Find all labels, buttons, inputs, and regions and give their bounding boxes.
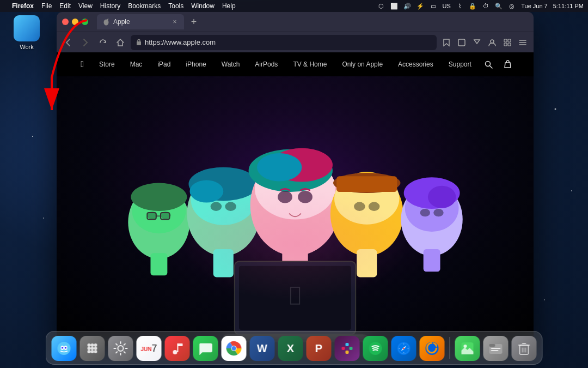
forward-button[interactable] bbox=[78, 35, 93, 50]
menu-file[interactable]: File bbox=[41, 2, 52, 10]
dock-trash[interactable] bbox=[512, 336, 537, 361]
apple-logo-nav[interactable]:  bbox=[73, 59, 91, 69]
folder-image bbox=[14, 15, 40, 41]
svg-rect-101 bbox=[346, 351, 349, 354]
svg-point-90 bbox=[94, 350, 97, 353]
svg-point-13 bbox=[571, 190, 572, 191]
minimize-button[interactable] bbox=[72, 19, 78, 25]
home-button[interactable] bbox=[113, 35, 127, 50]
nav-store[interactable]: Store bbox=[91, 52, 122, 76]
dock-word[interactable]: W bbox=[250, 336, 275, 361]
svg-line-31 bbox=[489, 65, 492, 68]
svg-rect-60 bbox=[336, 176, 397, 192]
share-icon[interactable] bbox=[455, 36, 468, 49]
address-bar[interactable]: https://www.apple.com bbox=[131, 35, 437, 50]
svg-point-91 bbox=[118, 346, 124, 351]
svg-point-92 bbox=[173, 350, 177, 354]
lock-security-icon bbox=[136, 39, 142, 46]
menu-view[interactable]: View bbox=[78, 2, 93, 10]
menu-hamburger-icon[interactable] bbox=[516, 36, 529, 49]
refresh-button[interactable] bbox=[96, 35, 110, 50]
siri-icon[interactable]: ◎ bbox=[508, 2, 516, 10]
svg-point-67 bbox=[428, 186, 456, 208]
dropbox-icon[interactable]: ⬡ bbox=[377, 2, 385, 10]
svg-point-105 bbox=[403, 348, 405, 349]
menu-bar-left: Firefox File Edit View History Bookmarks… bbox=[4, 2, 236, 10]
nav-mac[interactable]: Mac bbox=[122, 52, 150, 76]
svg-rect-26 bbox=[508, 43, 511, 46]
dock-calendar[interactable]: JUN 7 bbox=[137, 336, 162, 361]
close-button[interactable] bbox=[62, 19, 69, 25]
search-apple-icon[interactable] bbox=[479, 52, 498, 76]
search-menubar-icon[interactable]: 🔍 bbox=[495, 2, 503, 10]
svg-point-89 bbox=[91, 350, 94, 353]
volume-icon[interactable]: 🔊 bbox=[403, 2, 411, 10]
svg-point-80 bbox=[62, 347, 63, 349]
dock-slack[interactable] bbox=[335, 336, 360, 361]
lock-icon[interactable]: 🔒 bbox=[469, 2, 476, 10]
dock-system-settings[interactable] bbox=[108, 336, 133, 361]
svg-point-19 bbox=[104, 20, 109, 26]
svg-rect-23 bbox=[504, 39, 507, 42]
clock-icon[interactable]: ⏱ bbox=[482, 2, 489, 10]
svg-rect-94 bbox=[177, 343, 183, 346]
dock-powerpoint[interactable]: P bbox=[307, 336, 332, 361]
nav-airpods[interactable]: AirPods bbox=[247, 52, 285, 76]
nav-iphone[interactable]: iPhone bbox=[178, 52, 213, 76]
traffic-lights bbox=[62, 19, 88, 25]
dock-spotify[interactable] bbox=[363, 336, 388, 361]
dock-messages[interactable] bbox=[193, 336, 218, 361]
nav-watch[interactable]: Watch bbox=[214, 52, 248, 76]
dock-excel[interactable]: X bbox=[278, 336, 303, 361]
dock-finder[interactable] bbox=[52, 336, 77, 361]
apple-nav:  Store Mac iPad iPhone Watch AirPods TV… bbox=[57, 52, 534, 76]
dock-chrome[interactable] bbox=[222, 336, 247, 361]
menu-bar-right: ⬡ ⬜ 🔊 ⚡ ▭ US ⌇ 🔒 ⏱ 🔍 ◎ Tue Jun 7 5:11:11… bbox=[377, 2, 584, 10]
nav-ipad[interactable]: iPad bbox=[150, 52, 178, 76]
nav-accessories[interactable]: Accessories bbox=[390, 52, 441, 76]
new-tab-button[interactable]: + bbox=[186, 14, 201, 29]
svg-point-53 bbox=[257, 153, 302, 181]
tab-title: Apple bbox=[113, 18, 168, 26]
svg-point-86 bbox=[91, 347, 94, 350]
dock-music[interactable] bbox=[165, 336, 190, 361]
menu-tools[interactable]: Tools bbox=[168, 2, 183, 10]
work-folder-icon[interactable]: Work bbox=[8, 15, 46, 50]
svg-point-76 bbox=[183, 189, 407, 301]
svg-point-15 bbox=[544, 299, 545, 300]
maximize-button[interactable] bbox=[82, 19, 88, 25]
nav-support[interactable]: Support bbox=[441, 52, 479, 76]
menu-edit[interactable]: Edit bbox=[59, 2, 71, 10]
menu-bookmarks[interactable]: Bookmarks bbox=[128, 2, 161, 10]
svg-point-87 bbox=[94, 347, 97, 350]
wifi-icon[interactable]: ⌇ bbox=[456, 2, 463, 10]
profile-icon[interactable]: US bbox=[443, 2, 450, 10]
extensions-icon[interactable] bbox=[501, 36, 514, 49]
back-button[interactable] bbox=[61, 35, 75, 50]
bookmark-icon[interactable] bbox=[440, 36, 453, 49]
extension-icon[interactable]: ⬜ bbox=[390, 2, 398, 10]
pocket-icon[interactable] bbox=[470, 36, 483, 49]
dock-safari[interactable] bbox=[391, 336, 416, 361]
nav-tv-home[interactable]: TV & Home bbox=[285, 52, 334, 76]
nav-only-apple[interactable]: Only on Apple bbox=[334, 52, 390, 76]
bag-apple-icon[interactable] bbox=[498, 52, 517, 76]
dock-files[interactable] bbox=[483, 336, 509, 361]
dock-preview[interactable] bbox=[455, 336, 480, 361]
tab-close-button[interactable]: × bbox=[171, 18, 179, 26]
battery-icon[interactable]: ▭ bbox=[430, 2, 437, 10]
menu-help[interactable]: Help bbox=[222, 2, 236, 10]
profile-nav-icon[interactable] bbox=[486, 36, 499, 49]
browser-tab-apple[interactable]: Apple × bbox=[97, 14, 184, 29]
menu-history[interactable]: History bbox=[100, 2, 120, 10]
hero-section:  bbox=[57, 76, 534, 346]
svg-point-68 bbox=[420, 209, 431, 216]
menu-firefox[interactable]: Firefox bbox=[12, 2, 34, 10]
dock-firefox[interactable] bbox=[420, 336, 445, 361]
dock-launchpad[interactable] bbox=[80, 336, 105, 361]
menu-window[interactable]: Window bbox=[191, 2, 215, 10]
website-content:  Store Mac iPad iPhone Watch AirPods TV… bbox=[57, 52, 534, 346]
svg-point-77 bbox=[58, 342, 71, 355]
bluetooth-icon[interactable]: ⚡ bbox=[416, 2, 424, 10]
svg-point-7 bbox=[555, 108, 556, 110]
